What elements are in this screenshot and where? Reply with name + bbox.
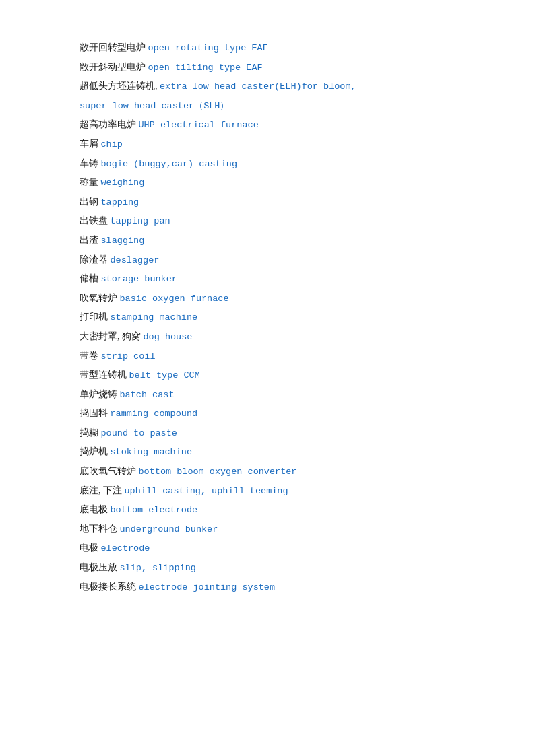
list-item: 带型连铸机 belt type CCM [80,368,455,383]
list-item: 超高功率电炉 UHP electrical furnace [80,117,455,133]
list-item: 电极压放 slip, slipping [80,560,455,576]
en-text: chip [101,139,123,149]
en-text: super low head caster（SLH） [80,101,229,111]
en-text: batch cast [120,390,175,400]
zh-text: 捣糊 [80,427,101,438]
en-text: pound to paste [101,428,177,438]
list-item: 除渣器 deslagger [80,252,455,268]
list-item: 底电极 bottom electrode [80,502,455,518]
zh-text: 电极接长系统 [80,582,139,592]
en-text: bogie (buggy,car) casting [101,159,238,169]
list-item: 称量 weighing [80,175,455,191]
zh-text: 车铸 [80,158,101,168]
list-item: 出铁盘 tapping pan [80,213,455,229]
en-text: stamping machine [111,312,198,322]
zh-text: 底吹氧气转炉 [80,466,139,476]
en-text: electrode [101,543,150,553]
en-text: bottom electrode [111,505,198,515]
list-item: 捣炉机 stoking machine [80,444,455,460]
zh-text: 底电极 [80,504,111,514]
en-text: underground bunker [120,524,218,535]
zh-text: 敞开斜动型电炉 [80,62,148,72]
en-text: extra low head caster(ELH)for bloom, [160,81,356,92]
list-item: super low head caster（SLH） [80,98,455,114]
list-item: 单炉烧铸 batch cast [80,387,455,403]
list-item: 吹氧转炉 basic oxygen furnace [80,291,455,306]
en-text: belt type CCM [129,370,200,380]
en-text: stoking machine [111,447,193,457]
en-text: UHP electrical furnace [139,120,259,130]
list-item: 打印机 stamping machine [80,310,455,325]
list-item: 储槽 storage bunker [80,271,455,287]
zh-text: 带卷 [80,351,101,361]
zh-text: 单炉烧铸 [80,389,120,399]
list-item: 捣固料 ramming compound [80,406,455,421]
list-item: 敞开回转型电炉 open rotating type EAF [80,40,455,56]
en-text: slagging [101,236,145,246]
zh-text: 敞开回转型电炉 [80,42,148,53]
en-text: storage bunker [101,274,177,284]
list-item: 敞开斜动型电炉 open tilting type EAF [80,60,455,75]
en-text: tapping [101,197,139,207]
zh-text: 出渣 [80,235,101,245]
en-text: electrode jointing system [139,582,276,592]
en-text: ramming compound [111,409,198,419]
en-text: slip, slipping [120,563,196,573]
zh-text: 除渣器 [80,254,111,265]
zh-text: 超低头方坯连铸机, [80,81,160,91]
en-text: strip coil [101,351,156,362]
zh-text: 捣固料 [80,408,111,418]
zh-text: 打印机 [80,312,111,322]
list-item: 电极接长系统 electrode jointing system [80,580,455,595]
list-item: 捣糊 pound to paste [80,425,455,441]
list-item: 底吹氧气转炉 bottom bloom oxygen converter [80,464,455,479]
list-item: 底注, 下注 uphill casting, uphill teeming [80,483,455,499]
content-area: 敞开回转型电炉 open rotating type EAF敞开斜动型电炉 op… [80,40,455,594]
zh-text: 地下料仓 [80,524,120,534]
zh-text: 底注, 下注 [80,485,125,495]
zh-text: 带型连铸机 [80,370,129,380]
zh-text: 电极压放 [80,562,120,572]
list-item: 电极 electrode [80,541,455,556]
zh-text: 大密封罩, 狗窝 [80,331,144,341]
list-item: 车铸 bogie (buggy,car) casting [80,156,455,172]
zh-text: 电极 [80,543,101,553]
en-text: bottom bloom oxygen converter [139,467,297,477]
list-item: 超低头方坯连铸机, extra low head caster(ELH)for … [80,79,455,94]
en-text: tapping pan [111,216,170,226]
en-text: open tilting type EAF [148,63,263,73]
list-item: 出渣 slagging [80,233,455,248]
zh-text: 车屑 [80,139,101,149]
list-item: 带卷 strip coil [80,349,455,364]
en-text: deslagger [111,255,160,265]
zh-text: 出铁盘 [80,215,111,226]
en-text: uphill casting, uphill teeming [125,486,288,496]
zh-text: 超高功率电炉 [80,119,139,129]
zh-text: 吹氧转炉 [80,293,120,303]
en-text: dog house [144,332,193,342]
list-item: 大密封罩, 狗窝 dog house [80,329,455,345]
list-item: 车屑 chip [80,137,455,152]
list-item: 地下料仓 underground bunker [80,522,455,537]
zh-text: 称量 [80,177,101,187]
list-item: 出钢 tapping [80,195,455,210]
zh-text: 捣炉机 [80,446,111,456]
en-text: open rotating type EAF [148,43,268,53]
zh-text: 储槽 [80,273,101,283]
en-text: basic oxygen furnace [120,294,229,304]
en-text: weighing [101,178,145,188]
zh-text: 出钢 [80,197,101,207]
